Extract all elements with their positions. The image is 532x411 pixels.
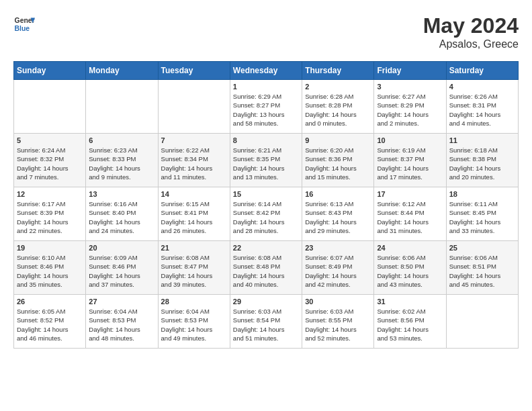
day-cell: 18Sunrise: 6:11 AM Sunset: 8:45 PM Dayli… bbox=[446, 187, 518, 241]
day-info: Sunrise: 6:16 AM Sunset: 8:40 PM Dayligh… bbox=[89, 199, 154, 235]
day-info: Sunrise: 6:28 AM Sunset: 8:28 PM Dayligh… bbox=[305, 92, 371, 128]
weekday-saturday: Saturday bbox=[446, 62, 518, 80]
day-cell: 24Sunrise: 6:06 AM Sunset: 8:50 PM Dayli… bbox=[374, 241, 446, 295]
day-number: 11 bbox=[449, 136, 515, 144]
day-number: 8 bbox=[233, 136, 299, 144]
day-cell bbox=[86, 80, 158, 134]
day-cell: 9Sunrise: 6:20 AM Sunset: 8:36 PM Daylig… bbox=[302, 134, 374, 187]
day-cell: 6Sunrise: 6:23 AM Sunset: 8:33 PM Daylig… bbox=[86, 134, 158, 187]
day-number: 6 bbox=[89, 136, 154, 144]
weekday-thursday: Thursday bbox=[302, 62, 374, 80]
day-number: 29 bbox=[233, 298, 299, 306]
day-cell: 14Sunrise: 6:15 AM Sunset: 8:41 PM Dayli… bbox=[158, 187, 230, 241]
day-number: 18 bbox=[449, 190, 515, 198]
day-cell: 25Sunrise: 6:06 AM Sunset: 8:51 PM Dayli… bbox=[446, 241, 518, 295]
day-info: Sunrise: 6:06 AM Sunset: 8:51 PM Dayligh… bbox=[449, 253, 515, 289]
title-block: May 2024 Apsalos, Greece bbox=[423, 13, 519, 50]
day-info: Sunrise: 6:10 AM Sunset: 8:46 PM Dayligh… bbox=[17, 253, 83, 289]
day-number: 4 bbox=[449, 83, 515, 91]
day-cell: 29Sunrise: 6:03 AM Sunset: 8:54 PM Dayli… bbox=[230, 295, 302, 349]
day-number: 1 bbox=[233, 83, 299, 91]
day-cell: 28Sunrise: 6:04 AM Sunset: 8:53 PM Dayli… bbox=[158, 295, 230, 349]
day-cell: 17Sunrise: 6:12 AM Sunset: 8:44 PM Dayli… bbox=[374, 187, 446, 241]
week-row-1: 1Sunrise: 6:29 AM Sunset: 8:27 PM Daylig… bbox=[14, 80, 519, 134]
logo: General Blue bbox=[13, 13, 35, 35]
day-cell: 5Sunrise: 6:24 AM Sunset: 8:32 PM Daylig… bbox=[14, 134, 86, 187]
weekday-tuesday: Tuesday bbox=[158, 62, 230, 80]
day-info: Sunrise: 6:09 AM Sunset: 8:46 PM Dayligh… bbox=[89, 253, 154, 289]
day-info: Sunrise: 6:06 AM Sunset: 8:50 PM Dayligh… bbox=[377, 253, 443, 289]
day-number: 10 bbox=[377, 136, 443, 144]
day-cell: 26Sunrise: 6:05 AM Sunset: 8:52 PM Dayli… bbox=[14, 295, 86, 349]
week-row-3: 12Sunrise: 6:17 AM Sunset: 8:39 PM Dayli… bbox=[14, 187, 519, 241]
day-info: Sunrise: 6:13 AM Sunset: 8:43 PM Dayligh… bbox=[305, 199, 371, 235]
day-number: 16 bbox=[305, 190, 371, 198]
day-info: Sunrise: 6:11 AM Sunset: 8:45 PM Dayligh… bbox=[449, 199, 515, 235]
day-info: Sunrise: 6:08 AM Sunset: 8:48 PM Dayligh… bbox=[233, 253, 299, 289]
weekday-header-row: SundayMondayTuesdayWednesdayThursdayFrid… bbox=[14, 62, 519, 80]
weekday-friday: Friday bbox=[374, 62, 446, 80]
day-info: Sunrise: 6:07 AM Sunset: 8:49 PM Dayligh… bbox=[305, 253, 371, 289]
day-info: Sunrise: 6:19 AM Sunset: 8:37 PM Dayligh… bbox=[377, 146, 443, 181]
day-cell: 22Sunrise: 6:08 AM Sunset: 8:48 PM Dayli… bbox=[230, 241, 302, 295]
day-number: 9 bbox=[305, 136, 371, 144]
day-number: 5 bbox=[17, 136, 83, 144]
day-info: Sunrise: 6:26 AM Sunset: 8:31 PM Dayligh… bbox=[449, 92, 515, 128]
day-number: 15 bbox=[233, 190, 299, 198]
day-number: 31 bbox=[377, 298, 443, 306]
day-cell: 12Sunrise: 6:17 AM Sunset: 8:39 PM Dayli… bbox=[14, 187, 86, 241]
day-number: 14 bbox=[161, 190, 227, 198]
day-cell: 7Sunrise: 6:22 AM Sunset: 8:34 PM Daylig… bbox=[158, 134, 230, 187]
day-info: Sunrise: 6:20 AM Sunset: 8:36 PM Dayligh… bbox=[305, 146, 371, 181]
day-cell: 16Sunrise: 6:13 AM Sunset: 8:43 PM Dayli… bbox=[302, 187, 374, 241]
day-info: Sunrise: 6:21 AM Sunset: 8:35 PM Dayligh… bbox=[233, 146, 299, 181]
day-cell: 21Sunrise: 6:08 AM Sunset: 8:47 PM Dayli… bbox=[158, 241, 230, 295]
logo-icon: General Blue bbox=[13, 13, 35, 35]
month-title: May 2024 bbox=[423, 13, 519, 38]
day-cell: 10Sunrise: 6:19 AM Sunset: 8:37 PM Dayli… bbox=[374, 134, 446, 187]
day-cell: 8Sunrise: 6:21 AM Sunset: 8:35 PM Daylig… bbox=[230, 134, 302, 187]
day-info: Sunrise: 6:17 AM Sunset: 8:39 PM Dayligh… bbox=[17, 199, 83, 235]
day-number: 26 bbox=[17, 298, 83, 306]
day-cell: 19Sunrise: 6:10 AM Sunset: 8:46 PM Dayli… bbox=[14, 241, 86, 295]
day-cell: 11Sunrise: 6:18 AM Sunset: 8:38 PM Dayli… bbox=[446, 134, 518, 187]
weekday-monday: Monday bbox=[86, 62, 158, 80]
day-info: Sunrise: 6:22 AM Sunset: 8:34 PM Dayligh… bbox=[161, 146, 227, 181]
day-info: Sunrise: 6:08 AM Sunset: 8:47 PM Dayligh… bbox=[161, 253, 227, 289]
day-number: 17 bbox=[377, 190, 443, 198]
day-cell: 15Sunrise: 6:14 AM Sunset: 8:42 PM Dayli… bbox=[230, 187, 302, 241]
day-cell: 3Sunrise: 6:27 AM Sunset: 8:29 PM Daylig… bbox=[374, 80, 446, 134]
day-info: Sunrise: 6:04 AM Sunset: 8:53 PM Dayligh… bbox=[161, 307, 227, 342]
day-cell bbox=[446, 295, 518, 349]
day-info: Sunrise: 6:12 AM Sunset: 8:44 PM Dayligh… bbox=[377, 199, 443, 235]
day-info: Sunrise: 6:04 AM Sunset: 8:53 PM Dayligh… bbox=[89, 307, 154, 342]
week-row-2: 5Sunrise: 6:24 AM Sunset: 8:32 PM Daylig… bbox=[14, 134, 519, 187]
day-cell bbox=[158, 80, 230, 134]
day-info: Sunrise: 6:05 AM Sunset: 8:52 PM Dayligh… bbox=[17, 307, 83, 342]
calendar-table: SundayMondayTuesdayWednesdayThursdayFrid… bbox=[13, 61, 519, 349]
day-cell bbox=[14, 80, 86, 134]
day-info: Sunrise: 6:02 AM Sunset: 8:56 PM Dayligh… bbox=[377, 307, 443, 342]
svg-text:Blue: Blue bbox=[15, 25, 30, 32]
day-number: 21 bbox=[161, 244, 227, 252]
day-number: 27 bbox=[89, 298, 154, 306]
location-title: Apsalos, Greece bbox=[423, 38, 519, 50]
week-row-5: 26Sunrise: 6:05 AM Sunset: 8:52 PM Dayli… bbox=[14, 295, 519, 349]
page-header: General Blue May 2024 Apsalos, Greece bbox=[13, 13, 519, 50]
day-number: 7 bbox=[161, 136, 227, 144]
week-row-4: 19Sunrise: 6:10 AM Sunset: 8:46 PM Dayli… bbox=[14, 241, 519, 295]
day-cell: 31Sunrise: 6:02 AM Sunset: 8:56 PM Dayli… bbox=[374, 295, 446, 349]
weekday-sunday: Sunday bbox=[14, 62, 86, 80]
day-info: Sunrise: 6:14 AM Sunset: 8:42 PM Dayligh… bbox=[233, 199, 299, 235]
day-cell: 13Sunrise: 6:16 AM Sunset: 8:40 PM Dayli… bbox=[86, 187, 158, 241]
day-number: 22 bbox=[233, 244, 299, 252]
day-info: Sunrise: 6:03 AM Sunset: 8:54 PM Dayligh… bbox=[233, 307, 299, 342]
day-cell: 2Sunrise: 6:28 AM Sunset: 8:28 PM Daylig… bbox=[302, 80, 374, 134]
day-number: 2 bbox=[305, 83, 371, 91]
day-info: Sunrise: 6:27 AM Sunset: 8:29 PM Dayligh… bbox=[377, 92, 443, 128]
day-cell: 23Sunrise: 6:07 AM Sunset: 8:49 PM Dayli… bbox=[302, 241, 374, 295]
calendar-body: 1Sunrise: 6:29 AM Sunset: 8:27 PM Daylig… bbox=[14, 80, 519, 349]
day-number: 12 bbox=[17, 190, 83, 198]
day-cell: 27Sunrise: 6:04 AM Sunset: 8:53 PM Dayli… bbox=[86, 295, 158, 349]
day-cell: 30Sunrise: 6:03 AM Sunset: 8:55 PM Dayli… bbox=[302, 295, 374, 349]
